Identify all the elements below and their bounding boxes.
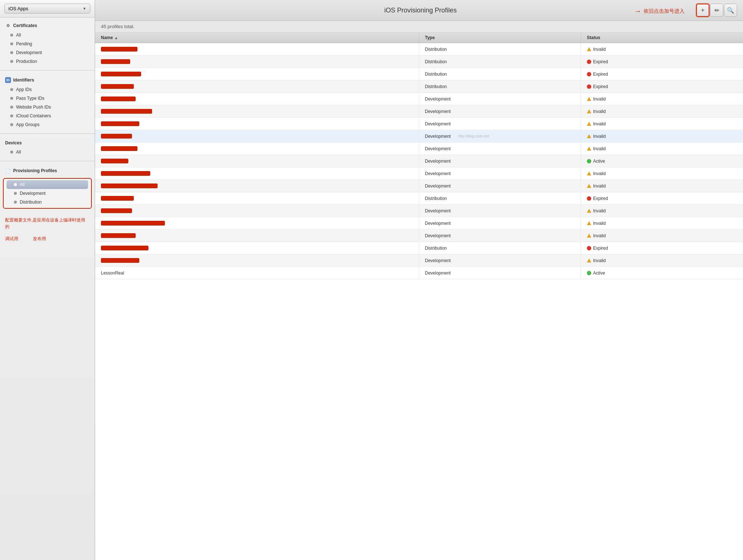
cell-status: Invalid bbox=[581, 93, 743, 105]
error-icon bbox=[587, 72, 591, 76]
provisioning-profiles-box: All Development Distribution bbox=[3, 178, 92, 209]
cell-status: Active bbox=[581, 155, 743, 167]
warning-icon bbox=[587, 258, 591, 262]
warning-icon bbox=[587, 97, 591, 101]
cell-status: Expired bbox=[581, 192, 743, 204]
table-body: vs_adnoe Distribution Invalid as_lfs Dis… bbox=[95, 43, 743, 560]
cell-status: Invalid bbox=[581, 118, 743, 130]
sidebar-item-profiles-all[interactable]: All bbox=[7, 180, 88, 189]
table-row[interactable]: Devel_lng Development Invalid bbox=[95, 93, 743, 105]
active-icon bbox=[587, 271, 591, 275]
search-icon: 🔍 bbox=[727, 7, 734, 14]
table-row[interactable]: redacted_13 Distribution Expired bbox=[95, 192, 743, 205]
cell-type: Development bbox=[419, 230, 581, 242]
cell-type: Distribution bbox=[419, 80, 581, 92]
annotation-release-label: 发布用 bbox=[33, 236, 46, 242]
cell-type: Development bbox=[419, 93, 581, 105]
warning-icon bbox=[587, 184, 591, 188]
sidebar-item-profiles-distribution[interactable]: Distribution bbox=[4, 198, 91, 207]
column-status[interactable]: Status bbox=[581, 33, 743, 43]
cell-name: baotrey_lng bbox=[95, 68, 419, 80]
dot-icon bbox=[10, 34, 13, 37]
add-button[interactable]: + bbox=[696, 4, 709, 17]
warning-icon bbox=[587, 234, 591, 238]
sidebar-header: iOS Apps ▼ bbox=[0, 0, 95, 18]
table-row[interactable]: redacted_CT_iPad Development Invalid bbox=[95, 254, 743, 267]
sidebar-item-icloud-containers[interactable]: iCloud Containers bbox=[0, 111, 95, 120]
sidebar-item-cert-production[interactable]: Production bbox=[0, 57, 95, 66]
warning-icon bbox=[587, 122, 591, 126]
cell-name: min_adnome_prov_lng bbox=[95, 217, 419, 229]
sidebar-item-website-push-ids[interactable]: Website Push IDs bbox=[0, 103, 95, 111]
table-row[interactable]: gongying_cer_prov Development Invalid bbox=[95, 167, 743, 180]
table-row[interactable]: as_lfs Distribution Expired bbox=[95, 56, 743, 68]
dot-icon bbox=[10, 42, 13, 45]
sidebar-item-profiles-development[interactable]: Development bbox=[4, 189, 91, 198]
add-button-annotation: → 依旧点击加号进入 bbox=[634, 7, 684, 15]
devices-section: Devices All bbox=[0, 135, 95, 159]
doc-icon: 📄 bbox=[5, 168, 11, 174]
identifiers-section: ID Identifiers App IDs Pass Type IDs Web… bbox=[0, 72, 95, 132]
cell-status: Invalid bbox=[581, 143, 743, 155]
table-row[interactable]: adkort Distribution Expired bbox=[95, 80, 743, 93]
table-row[interactable]: baotrey_lng Distribution Expired bbox=[95, 68, 743, 80]
dot-icon bbox=[14, 201, 17, 204]
table-row[interactable]: dongzkej Development Invalid bbox=[95, 118, 743, 130]
search-button[interactable]: 🔍 bbox=[724, 4, 737, 17]
sort-icon: ▲ bbox=[114, 36, 118, 40]
cell-name: as_lfs bbox=[95, 56, 419, 68]
table-row[interactable]: developer_lang_lng Development Invalid bbox=[95, 105, 743, 118]
warning-icon bbox=[587, 47, 591, 51]
sidebar-item-pass-type-ids[interactable]: Pass Type IDs bbox=[0, 94, 95, 103]
edit-button[interactable]: ✏ bbox=[710, 4, 723, 17]
warning-icon bbox=[587, 147, 591, 151]
table-row[interactable]: redacted_14 Development Invalid bbox=[95, 205, 743, 217]
cell-type: Development bbox=[419, 217, 581, 229]
sidebar-item-app-ids[interactable]: App IDs bbox=[0, 85, 95, 94]
divider bbox=[0, 70, 95, 71]
cell-type: Distribution bbox=[419, 68, 581, 80]
cell-status: Expired bbox=[581, 80, 743, 92]
sidebar-item-cert-all[interactable]: All bbox=[0, 31, 95, 39]
sidebar-item-cert-pending[interactable]: Pending bbox=[0, 39, 95, 48]
table-row[interactable]: redacted_16 Development Invalid bbox=[95, 230, 743, 242]
error-icon bbox=[587, 246, 591, 250]
table-row[interactable]: gy_redacted_long Development Invalid bbox=[95, 180, 743, 192]
cell-status: Invalid bbox=[581, 254, 743, 266]
cell-name: gongying_cer_prov bbox=[95, 167, 419, 179]
sidebar-item-devices-all[interactable]: All bbox=[0, 148, 95, 156]
column-type[interactable]: Type bbox=[419, 33, 581, 43]
table-row[interactable]: redacted_dist Distribution Expired bbox=[95, 242, 743, 254]
cert-icon: ⚙ bbox=[5, 23, 11, 29]
cell-name: dual_lng bbox=[95, 143, 419, 155]
table-row[interactable]: min_adnome_prov_lng Development Invalid bbox=[95, 217, 743, 230]
table-row[interactable]: vs_adnoe Distribution Invalid bbox=[95, 43, 743, 56]
sidebar-item-app-groups[interactable]: App Groups bbox=[0, 120, 95, 129]
cell-type: Development bbox=[419, 118, 581, 130]
cell-type: Development bbox=[419, 180, 581, 192]
sidebar-item-cert-development[interactable]: Development bbox=[0, 48, 95, 57]
cell-type: Development bbox=[419, 155, 581, 167]
provisioning-profiles-heading: 📄 Provisioning Profiles bbox=[0, 166, 95, 176]
table-row[interactable]: redacted_10 Development Active bbox=[95, 155, 743, 167]
dot-icon bbox=[10, 60, 13, 63]
cell-status: Active bbox=[581, 267, 743, 279]
cell-name: Devel_lng bbox=[95, 93, 419, 105]
divider bbox=[0, 133, 95, 134]
cell-status: Expired bbox=[581, 68, 743, 80]
profiles-count-bar: 45 profiles total. bbox=[95, 21, 743, 33]
cell-name: redacted_14 bbox=[95, 205, 419, 217]
cell-type: Distribution bbox=[419, 43, 581, 55]
dot-icon bbox=[10, 151, 13, 154]
active-icon bbox=[587, 159, 591, 163]
table-row[interactable]: redacted_8 Development http://blog.csdn.… bbox=[95, 130, 743, 143]
cell-type: Development bbox=[419, 105, 581, 117]
page-title: iOS Provisioning Profiles bbox=[145, 7, 696, 14]
column-name[interactable]: Name ▲ bbox=[95, 33, 419, 43]
dot-icon bbox=[10, 97, 13, 100]
error-icon bbox=[587, 196, 591, 201]
cell-type: Development bbox=[419, 267, 581, 279]
platform-dropdown[interactable]: iOS Apps ▼ bbox=[4, 4, 90, 14]
table-row[interactable]: dual_lng Development Invalid bbox=[95, 143, 743, 155]
table-row[interactable]: LessonReal Development Active bbox=[95, 267, 743, 279]
